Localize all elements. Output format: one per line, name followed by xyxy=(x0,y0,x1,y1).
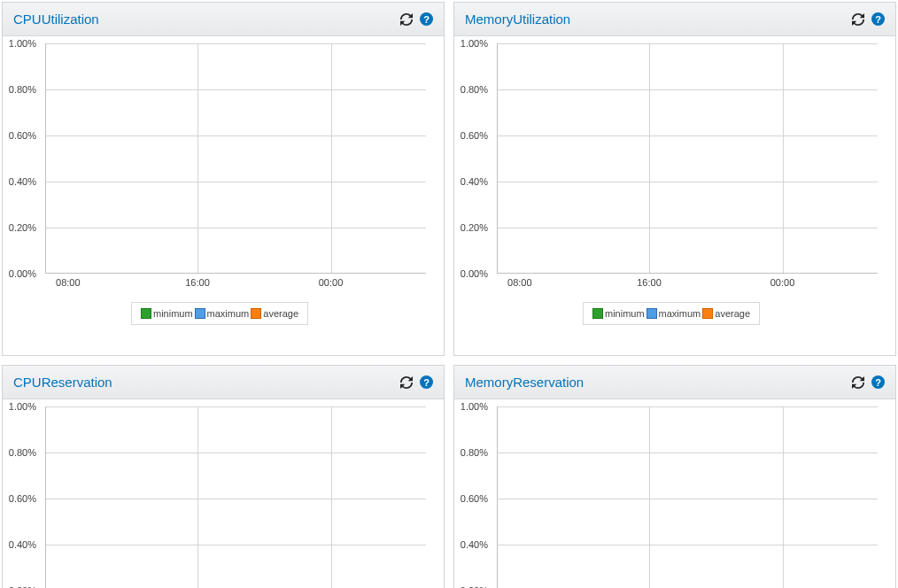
help-icon[interactable]: ? xyxy=(420,12,433,26)
plot-area xyxy=(497,43,878,274)
chart-legend: minimum maximum average xyxy=(6,293,433,336)
y-tick: 0.20% xyxy=(461,222,488,233)
help-icon[interactable]: ? xyxy=(871,12,885,26)
y-tick: 1.00% xyxy=(461,401,488,412)
plot-area xyxy=(45,406,426,588)
x-tick: 16:00 xyxy=(637,277,662,288)
chart-area: 1.00% 0.80% 0.60% 0.40% 0.20% 0.00% xyxy=(454,36,895,355)
legend-swatch-average xyxy=(251,308,261,319)
y-tick: 1.00% xyxy=(461,38,488,49)
y-tick: 0.00% xyxy=(9,268,36,279)
panel-title: MemoryUtilization xyxy=(465,12,570,27)
gridlines xyxy=(45,43,426,274)
legend-box: minimum maximum average xyxy=(583,302,760,325)
refresh-icon[interactable] xyxy=(852,376,864,389)
panel-header: MemoryUtilization ? xyxy=(454,3,895,36)
y-tick: 0.80% xyxy=(461,84,488,95)
panel-actions: ? xyxy=(400,375,433,389)
x-axis: 08:00 16:00 00:00 xyxy=(497,274,878,293)
y-tick: 0.60% xyxy=(461,130,488,141)
y-tick: 1.00% xyxy=(9,38,36,49)
x-tick: 00:00 xyxy=(319,277,344,288)
panel-title: MemoryReservation xyxy=(465,375,584,390)
refresh-icon[interactable] xyxy=(400,376,413,389)
x-axis: 08:00 16:00 00:00 xyxy=(45,274,426,293)
panel-actions: ? xyxy=(852,375,885,389)
y-tick: 0.80% xyxy=(461,447,488,458)
y-tick: 0.60% xyxy=(9,130,36,141)
y-tick: 0.20% xyxy=(9,222,36,233)
chart-grid: CPUUtilization ? 1.00% 0.80% 0.60% 0.40%… xyxy=(0,0,898,588)
y-tick: 0.40% xyxy=(461,176,488,187)
y-tick: 0.40% xyxy=(461,539,488,550)
y-tick: 0.00% xyxy=(461,268,488,279)
legend-swatch-average xyxy=(702,308,713,319)
legend-swatch-minimum xyxy=(592,308,603,319)
y-axis: 1.00% 0.80% 0.60% 0.40% 0.20% 0.00% xyxy=(454,406,493,588)
refresh-icon[interactable] xyxy=(400,13,413,26)
legend-label: maximum xyxy=(207,308,250,319)
chart-area: 1.00% 0.80% 0.60% 0.40% 0.20% 0.00% xyxy=(3,399,444,588)
y-axis: 1.00% 0.80% 0.60% 0.40% 0.20% 0.00% xyxy=(3,406,42,588)
chart-area: 1.00% 0.80% 0.60% 0.40% 0.20% 0.00% xyxy=(3,36,444,355)
y-axis: 1.00% 0.80% 0.60% 0.40% 0.20% 0.00% xyxy=(454,43,493,274)
panel-actions: ? xyxy=(852,12,885,26)
legend-label: average xyxy=(263,308,298,319)
legend-label: maximum xyxy=(659,308,701,319)
panel-title: CPUUtilization xyxy=(13,12,99,27)
legend-swatch-minimum xyxy=(141,308,151,319)
x-tick: 00:00 xyxy=(770,277,795,288)
panel-memory-reservation: MemoryReservation ? 1.00% 0.80% 0.60% 0.… xyxy=(453,365,896,588)
legend-swatch-maximum xyxy=(646,308,657,319)
legend-box: minimum maximum average xyxy=(131,302,308,325)
x-tick: 08:00 xyxy=(56,277,81,288)
help-icon[interactable]: ? xyxy=(420,375,433,389)
panel-cpu-reservation: CPUReservation ? 1.00% 0.80% 0.60% 0.40%… xyxy=(2,365,445,588)
y-tick: 0.80% xyxy=(9,447,36,458)
y-tick: 0.60% xyxy=(461,493,488,504)
legend-label: minimum xyxy=(153,308,193,319)
chart-area: 1.00% 0.80% 0.60% 0.40% 0.20% 0.00% xyxy=(454,399,895,588)
plot-area xyxy=(45,43,426,274)
panel-actions: ? xyxy=(400,12,433,26)
legend-label: average xyxy=(715,308,750,319)
panel-header: MemoryReservation ? xyxy=(454,366,895,399)
legend-swatch-maximum xyxy=(195,308,205,319)
y-axis: 1.00% 0.80% 0.60% 0.40% 0.20% 0.00% xyxy=(3,43,42,274)
y-tick: 1.00% xyxy=(9,401,36,412)
panel-header: CPUReservation ? xyxy=(3,366,444,399)
y-tick: 0.40% xyxy=(9,176,36,187)
panel-title: CPUReservation xyxy=(13,375,112,390)
plot-area xyxy=(497,406,878,588)
gridlines xyxy=(45,406,426,588)
gridlines xyxy=(497,406,878,588)
y-tick: 0.60% xyxy=(9,493,36,504)
gridlines xyxy=(497,43,878,274)
refresh-icon[interactable] xyxy=(852,13,864,26)
x-tick: 08:00 xyxy=(507,277,532,288)
y-tick: 0.80% xyxy=(9,84,36,95)
help-icon[interactable]: ? xyxy=(871,375,885,389)
y-tick: 0.40% xyxy=(9,539,36,550)
chart-legend: minimum maximum average xyxy=(458,293,885,336)
x-tick: 16:00 xyxy=(185,277,210,288)
legend-label: minimum xyxy=(605,308,645,319)
panel-cpu-utilization: CPUUtilization ? 1.00% 0.80% 0.60% 0.40%… xyxy=(2,2,445,356)
panel-memory-utilization: MemoryUtilization ? 1.00% 0.80% 0.60% 0.… xyxy=(453,2,896,356)
panel-header: CPUUtilization ? xyxy=(3,3,444,36)
